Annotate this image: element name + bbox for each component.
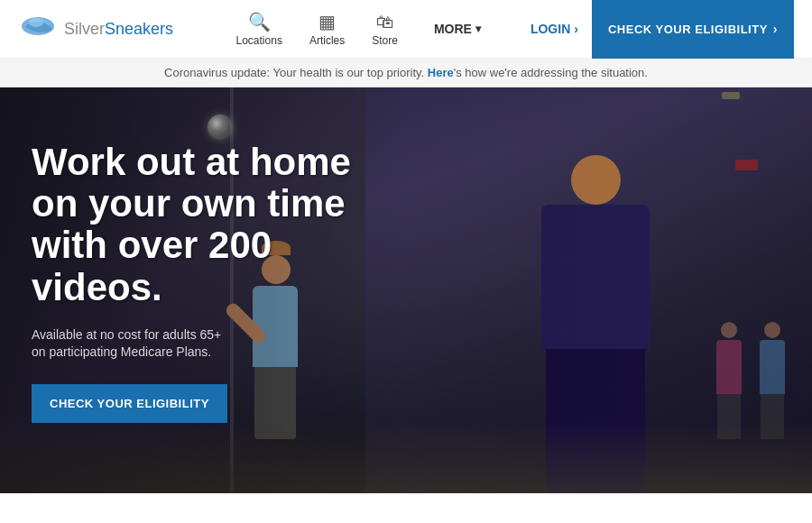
logo-icon bbox=[18, 14, 59, 45]
articles-icon: ▦ bbox=[318, 11, 336, 32]
nav-login[interactable]: LOGIN › bbox=[517, 22, 592, 36]
header-cta-button[interactable]: CHECK YOUR ELIGIBILITY › bbox=[592, 0, 794, 59]
nav-articles-label: Articles bbox=[309, 34, 345, 47]
header-cta-arrow-icon: › bbox=[773, 22, 778, 36]
hero-section: Work out at home on your own time with o… bbox=[0, 87, 812, 493]
hero-headline: Work out at home on your own time with o… bbox=[32, 142, 392, 308]
nav-store[interactable]: 🛍 Store bbox=[372, 12, 398, 47]
hero-content: Work out at home on your own time with o… bbox=[32, 142, 392, 423]
hero-cta-button[interactable]: CHECK YOUR ELIGIBILITY bbox=[32, 384, 227, 423]
notification-text-before: Coronavirus update: Your health is our t… bbox=[164, 66, 428, 79]
main-nav: 🔍 Locations ▦ Articles 🛍 Store MORE ▾ LO… bbox=[236, 11, 592, 47]
header-cta-label: CHECK YOUR ELIGIBILITY bbox=[608, 23, 768, 36]
nav-locations[interactable]: 🔍 Locations bbox=[236, 11, 282, 47]
locations-icon: 🔍 bbox=[248, 11, 271, 32]
login-arrow-icon: › bbox=[574, 22, 578, 36]
nav-more[interactable]: MORE ▾ bbox=[425, 22, 490, 36]
hero-subtext: Available at no cost for adults 65+ on p… bbox=[32, 326, 392, 362]
hero-subtext-line1: Available at no cost for adults 65+ bbox=[32, 327, 221, 342]
hero-cta-label: CHECK YOUR ELIGIBILITY bbox=[50, 397, 209, 410]
notification-link[interactable]: Here bbox=[428, 66, 454, 79]
nav-articles[interactable]: ▦ Articles bbox=[309, 11, 345, 47]
header: SilverSneakers 🔍 Locations ▦ Articles 🛍 … bbox=[0, 0, 812, 59]
hero-subtext-line2: on participating Medicare Plans. bbox=[32, 344, 211, 359]
svg-point-2 bbox=[29, 18, 43, 27]
logo-text: SilverSneakers bbox=[64, 20, 173, 39]
nav-login-label: LOGIN bbox=[531, 22, 570, 36]
logo[interactable]: SilverSneakers bbox=[18, 14, 173, 45]
store-icon: 🛍 bbox=[376, 12, 394, 32]
notification-bar: Coronavirus update: Your health is our t… bbox=[0, 59, 812, 87]
nav-store-label: Store bbox=[372, 34, 398, 47]
nav-more-label: MORE bbox=[434, 22, 472, 36]
nav-locations-label: Locations bbox=[236, 34, 282, 47]
notification-text-after: 's how we're addressing the situation. bbox=[454, 66, 648, 79]
more-chevron-icon: ▾ bbox=[475, 23, 481, 35]
